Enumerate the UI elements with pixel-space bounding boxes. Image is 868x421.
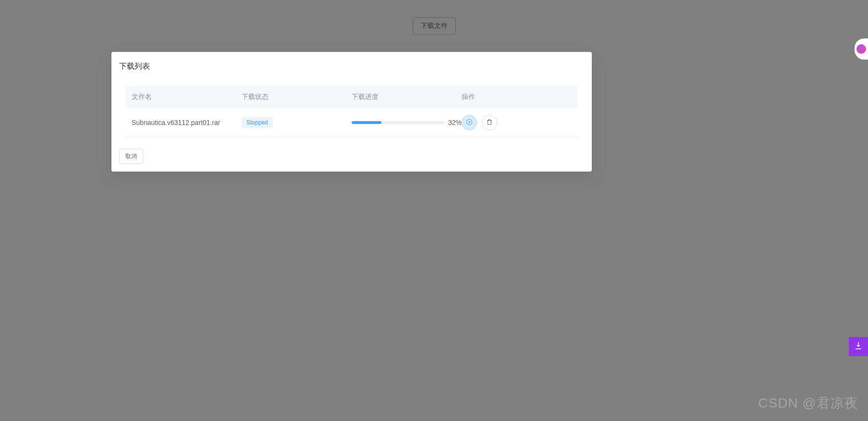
progress-fill <box>352 121 381 124</box>
play-button[interactable] <box>462 115 477 130</box>
cell-status: Stopped <box>242 117 352 128</box>
cell-actions <box>462 115 572 130</box>
table-header: 文件名 下载状态 下载进度 操作 <box>126 86 577 108</box>
download-icon <box>854 341 863 352</box>
download-list-dialog: 下载列表 文件名 下载状态 下载进度 操作 Subnautica.v63112.… <box>111 52 592 172</box>
table-row: Subnautica.v63112.part01.rar Stopped 32% <box>126 108 577 137</box>
progress-bar <box>352 121 444 124</box>
ai-icon <box>856 44 866 54</box>
col-header-actions: 操作 <box>462 93 572 101</box>
col-header-progress: 下载进度 <box>352 93 462 101</box>
trash-icon <box>486 119 493 127</box>
download-table: 文件名 下载状态 下载进度 操作 Subnautica.v63112.part0… <box>126 86 577 137</box>
download-fab[interactable] <box>849 337 868 356</box>
delete-button[interactable] <box>482 115 497 130</box>
progress-text: 32% <box>448 119 462 126</box>
side-tab[interactable] <box>855 38 868 60</box>
cancel-button[interactable]: 取消 <box>119 149 143 164</box>
cell-filename: Subnautica.v63112.part01.rar <box>132 119 242 126</box>
status-badge: Stopped <box>242 117 273 128</box>
play-icon <box>466 119 473 127</box>
watermark: CSDN @君凉夜 <box>758 394 858 412</box>
col-header-filename: 文件名 <box>132 93 242 101</box>
download-file-button[interactable]: 下载文件 <box>413 17 456 35</box>
dialog-footer: 取消 <box>119 149 584 164</box>
cell-progress: 32% <box>352 119 462 126</box>
col-header-status: 下载状态 <box>242 93 352 101</box>
dialog-title: 下载列表 <box>119 62 584 72</box>
